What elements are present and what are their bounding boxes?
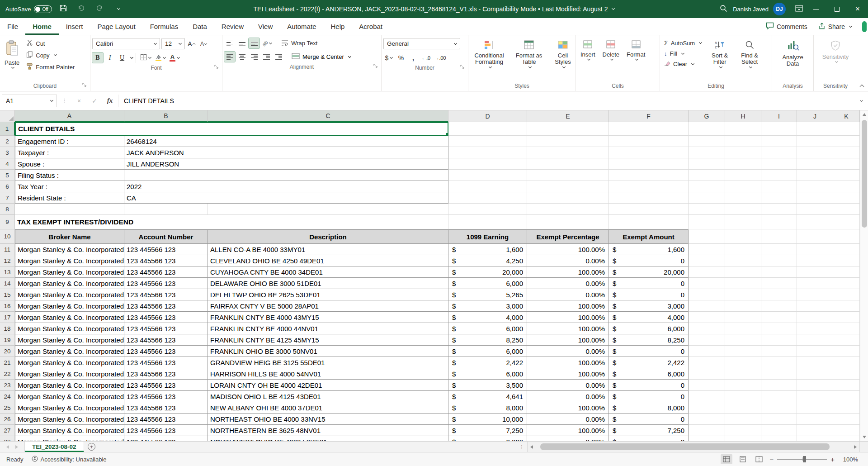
ribbon-tab-file[interactable]: File — [0, 18, 25, 35]
empty-cell[interactable] — [527, 122, 609, 136]
empty-cell[interactable] — [761, 312, 797, 323]
empty-cell[interactable] — [448, 147, 527, 158]
empty-cell[interactable] — [725, 170, 761, 181]
vertical-scrollbar[interactable] — [860, 110, 868, 441]
client-field-value[interactable]: 2022 — [124, 181, 448, 192]
empty-cell[interactable] — [725, 380, 761, 391]
align-center-button[interactable] — [236, 52, 247, 62]
section-title-cell[interactable]: TAX EXEMPT INTEREST/DIVIDEND — [15, 215, 448, 229]
table-header-4[interactable]: 1099 Earning — [448, 229, 527, 244]
empty-cell[interactable] — [797, 266, 833, 278]
row-header-2[interactable]: 2 — [0, 136, 15, 147]
empty-cell[interactable] — [761, 215, 797, 229]
exempt-amount-cell[interactable]: $3,000 — [609, 300, 689, 312]
description-cell[interactable]: FRANKLIN OHIO BE 3000 50NV01 — [208, 346, 448, 357]
empty-cell[interactable] — [797, 181, 833, 192]
zoom-level[interactable]: 100% — [839, 456, 858, 463]
earning-cell[interactable]: $5,265 — [448, 289, 527, 300]
zoom-slider[interactable] — [777, 459, 827, 460]
broker-name-cell[interactable]: Morgan Stanley & Co. Incorporated — [15, 425, 124, 436]
exempt-percentage-cell[interactable]: 100.00% — [527, 402, 609, 414]
avatar[interactable]: DJ — [773, 3, 786, 15]
empty-cell[interactable] — [725, 357, 761, 368]
description-cell[interactable]: NORTHEAST OHIO BE 4000 33NV15 — [208, 414, 448, 425]
find-select-button[interactable]: Find & Select — [736, 38, 764, 70]
scrollbar-resize-grip[interactable]: ⋮ — [516, 442, 527, 452]
empty-cell[interactable] — [797, 436, 833, 441]
empty-cell[interactable] — [609, 136, 689, 147]
underline-button[interactable]: U — [117, 52, 127, 63]
empty-cell[interactable] — [833, 266, 860, 278]
empty-cell[interactable] — [797, 357, 833, 368]
format-as-table-button[interactable]: Format as Table — [510, 38, 548, 70]
empty-cell[interactable] — [833, 204, 860, 215]
account-number-cell[interactable]: 123 445566 123 — [124, 425, 208, 436]
table-header-6[interactable]: Exempt Amount — [609, 229, 689, 244]
empty-cell[interactable] — [527, 181, 609, 192]
exempt-percentage-cell[interactable]: 0.00% — [527, 391, 609, 402]
exempt-percentage-cell[interactable]: 100.00% — [527, 368, 609, 380]
empty-cell[interactable] — [689, 229, 725, 244]
sensitivity-button[interactable]: Sensitivity — [819, 38, 852, 65]
exempt-percentage-cell[interactable]: 100.00% — [527, 300, 609, 312]
scroll-down-button[interactable] — [860, 433, 868, 441]
empty-cell[interactable] — [761, 266, 797, 278]
empty-cell[interactable] — [609, 204, 689, 215]
number-dialog-launcher[interactable] — [460, 64, 465, 71]
empty-cell[interactable] — [689, 323, 725, 334]
empty-cell[interactable] — [448, 122, 527, 136]
empty-cell[interactable] — [689, 436, 725, 441]
empty-cell[interactable] — [725, 122, 761, 136]
increase-decimal-button[interactable]: ←.0 — [420, 52, 432, 63]
empty-cell[interactable] — [725, 147, 761, 158]
empty-cell[interactable] — [833, 312, 860, 323]
row-header-3[interactable]: 3 — [0, 147, 15, 158]
orientation-button[interactable]: ab — [261, 38, 273, 48]
earning-cell[interactable]: $7,250 — [448, 425, 527, 436]
empty-cell[interactable] — [689, 244, 725, 255]
empty-cell[interactable] — [725, 402, 761, 414]
row-header-21[interactable]: 21 — [0, 357, 15, 368]
earning-cell[interactable]: $2,000 — [448, 436, 527, 441]
expand-formula-bar-button[interactable] — [854, 100, 866, 101]
alignment-dialog-launcher[interactable] — [373, 63, 378, 70]
description-cell[interactable]: MADISON OHIO L BE 4125 43DE01 — [208, 391, 448, 402]
italic-button[interactable]: I — [104, 52, 115, 63]
autosave-switch[interactable]: Off — [34, 5, 52, 13]
broker-name-cell[interactable]: Morgan Stanley & Co. Incorporated — [15, 244, 124, 255]
empty-cell[interactable] — [124, 204, 208, 215]
save-button[interactable] — [57, 3, 70, 15]
table-header-2[interactable]: Account Number — [124, 229, 208, 244]
account-number-cell[interactable]: 123 445566 123 — [124, 357, 208, 368]
fill-button[interactable]: ↓Fill — [662, 49, 704, 58]
empty-cell[interactable] — [448, 181, 527, 192]
empty-cell[interactable] — [689, 391, 725, 402]
row-header-18[interactable]: 18 — [0, 323, 15, 334]
exempt-percentage-cell[interactable]: 0.00% — [527, 436, 609, 441]
empty-cell[interactable] — [761, 192, 797, 204]
exempt-amount-cell[interactable]: $6,000 — [609, 368, 689, 380]
empty-cell[interactable] — [797, 346, 833, 357]
ribbon-tab-home[interactable]: Home — [25, 18, 59, 35]
empty-cell[interactable] — [761, 158, 797, 170]
empty-cell[interactable] — [689, 334, 725, 346]
empty-cell[interactable] — [689, 204, 725, 215]
client-field-label[interactable]: Tax Year : — [15, 181, 124, 192]
empty-cell[interactable] — [833, 244, 860, 255]
column-header-d[interactable]: D — [448, 110, 527, 122]
earning-cell[interactable]: $2,422 — [448, 357, 527, 368]
account-number-cell[interactable]: 123 445566 123 — [124, 300, 208, 312]
account-number-cell[interactable]: 123 445566 123 — [124, 391, 208, 402]
close-button[interactable]: × — [847, 0, 868, 18]
empty-cell[interactable] — [797, 402, 833, 414]
row-header-19[interactable]: 19 — [0, 334, 15, 346]
description-cell[interactable]: CUYAHOGA CNTY BE 4000 34DE01 — [208, 266, 448, 278]
column-header-b[interactable]: B — [124, 110, 208, 122]
earning-cell[interactable]: $10,000 — [448, 414, 527, 425]
redo-button[interactable] — [93, 3, 106, 15]
minimize-button[interactable] — [806, 0, 826, 18]
client-field-value[interactable] — [124, 170, 448, 181]
scroll-up-button[interactable] — [860, 110, 868, 119]
empty-cell[interactable] — [761, 380, 797, 391]
row-header-6[interactable]: 6 — [0, 181, 15, 192]
